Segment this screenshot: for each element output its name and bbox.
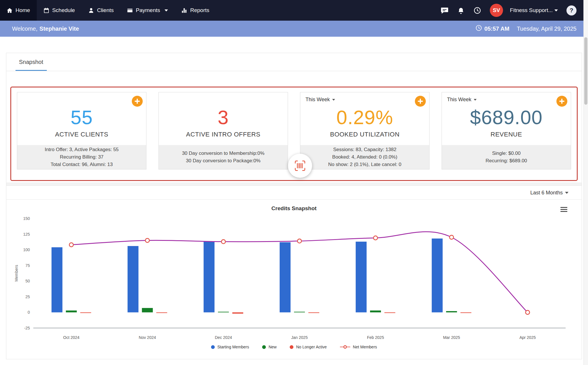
chart-title: Credits Snapshot	[6, 205, 582, 212]
avatar[interactable]: SV	[490, 4, 503, 17]
person-icon	[88, 7, 94, 13]
svg-text:150: 150	[23, 216, 30, 221]
legend-item-new[interactable]: New	[262, 345, 276, 349]
add-payment-button[interactable]	[556, 96, 567, 107]
stat-footer-line: Booked: 4, Attended: 0 (0.0%)	[332, 153, 397, 161]
chevron-down-icon	[565, 192, 568, 194]
nav-item-payments[interactable]: Payments	[120, 0, 175, 21]
bars-no-longer-active[interactable]	[80, 312, 471, 313]
main-nav: Home Schedule Clients Payments Report	[0, 0, 216, 21]
period-selector[interactable]: This Week	[305, 97, 335, 103]
stat-label: REVENUE	[491, 131, 522, 138]
legend-item-no-longer-active[interactable]: No Longer Active	[290, 345, 327, 349]
user-name: Stephanie Vite	[40, 26, 79, 32]
greeting-prefix: Welcome,	[12, 26, 38, 32]
range-label: Last 6 Months	[530, 190, 563, 196]
stat-footer-line: Sessions: 83, Capacity: 1382	[333, 146, 396, 153]
bars-new[interactable]	[66, 308, 457, 312]
chart-legend: Starting MembersNewNo Longer ActiveNet M…	[6, 343, 582, 357]
chevron-down-icon	[165, 9, 168, 11]
chart-range-row: Last 6 Months	[6, 186, 582, 200]
nav-label-payments: Payments	[136, 7, 160, 13]
chat-icon[interactable]	[441, 7, 448, 14]
stat-value: 0.29%	[336, 106, 393, 128]
add-client-button[interactable]	[132, 96, 143, 107]
stat-footer-line: 30 Day conversion to Package:0%	[186, 157, 261, 165]
stat-label: ACTIVE CLIENTS	[55, 131, 108, 138]
stat-footer-line: No show: 2 (0.1%), Late cancel: 0	[328, 161, 401, 168]
tab-snapshot[interactable]: Snapshot	[16, 53, 47, 71]
time-text: 05:57 AM	[484, 26, 509, 32]
y-axis-label: Members	[14, 265, 19, 282]
home-icon	[7, 7, 13, 13]
legend-label: Starting Members	[217, 345, 249, 349]
svg-text:Jan 2025: Jan 2025	[291, 335, 308, 340]
scrollbar-thumb[interactable]	[584, 37, 587, 105]
welcome-greeting: Welcome,Stephanie Vite	[12, 26, 79, 32]
svg-text:125: 125	[23, 232, 30, 237]
chart-menu-icon[interactable]	[560, 206, 567, 213]
svg-text:25: 25	[25, 294, 30, 299]
legend-label: Net Members	[353, 345, 377, 349]
welcome-datetime: 05:57 AM Tuesday, April 29, 2025	[475, 25, 577, 33]
stats-section: 55 ACTIVE CLIENTS Intro Offer: 3, Active…	[6, 71, 582, 181]
svg-text:Feb 2025: Feb 2025	[367, 335, 384, 340]
svg-text:100: 100	[23, 247, 30, 252]
stat-footer-line: Recurring Billing: 37	[60, 153, 103, 161]
range-selector[interactable]: Last 6 Months	[530, 190, 568, 196]
bell-icon[interactable]	[457, 7, 465, 14]
period-label: This Week	[447, 97, 471, 103]
nav-item-schedule[interactable]: Schedule	[37, 0, 82, 21]
payments-icon	[127, 7, 133, 13]
bars-starting-members[interactable]	[51, 239, 442, 313]
credits-chart-plot[interactable]: 1501251007550250-25MembersOct 2024Nov 20…	[13, 214, 575, 343]
dashboard-panel: Snapshot 55 ACTIVE CLIENTS Intro Offer: …	[6, 53, 582, 359]
stat-footer-line: Total Contact: 96, Alumni: 13	[51, 161, 113, 168]
legend-item-starting-members[interactable]: Starting Members	[211, 345, 249, 349]
nav-label-clients: Clients	[97, 7, 114, 13]
stat-label: BOOKED UTILIZATION	[330, 131, 399, 138]
chevron-down-icon	[332, 99, 335, 101]
nav-label-reports: Reports	[190, 7, 209, 13]
legend-dot-icon	[211, 345, 215, 349]
stat-footer: Single: $0.00 Recurring: $689.00	[442, 145, 571, 169]
stat-value: $689.00	[470, 106, 543, 128]
stat-card-active-clients: 55 ACTIVE CLIENTS Intro Offer: 3, Active…	[17, 92, 146, 169]
account-menu[interactable]: Fitness Support...	[510, 7, 558, 13]
barcode-scan-button[interactable]	[288, 154, 312, 178]
stat-top: 3 ACTIVE INTRO OFFERS	[159, 92, 288, 145]
nav-item-home[interactable]: Home	[0, 0, 37, 21]
legend-label: New	[268, 345, 276, 349]
legend-dot-icon	[262, 345, 266, 349]
net-members-marker-icon	[340, 345, 350, 349]
navbar-actions: SV Fitness Support... ?	[441, 0, 577, 21]
nav-item-clients[interactable]: Clients	[82, 0, 120, 21]
section-divider	[6, 183, 582, 186]
credits-snapshot-chart: Credits Snapshot 1501251007550250-25Memb…	[6, 200, 582, 359]
x-axis-labels: Oct 2024Nov 2024Dec 2024Jan 2025Feb 2025…	[63, 335, 536, 340]
nav-label-schedule: Schedule	[52, 7, 75, 13]
legend-item-net-members[interactable]: Net Members	[340, 345, 377, 349]
stat-card-active-intro-offers: 3 ACTIVE INTRO OFFERS 30 Day conversion …	[158, 92, 288, 169]
history-clock-icon[interactable]	[473, 7, 481, 14]
svg-text:Mar 2025: Mar 2025	[443, 335, 460, 340]
period-selector[interactable]: This Week	[447, 97, 477, 103]
current-time: 05:57 AM	[475, 25, 509, 33]
stat-footer: Sessions: 83, Capacity: 1382 Booked: 4, …	[300, 145, 429, 169]
vertical-scrollbar	[583, 0, 588, 365]
nav-item-reports[interactable]: Reports	[175, 0, 216, 21]
svg-text:-25: -25	[24, 326, 30, 330]
svg-text:Dec 2024: Dec 2024	[215, 335, 232, 340]
net-members-line[interactable]	[71, 232, 527, 312]
stat-footer-line: Intro Offer: 3, Active Packages: 55	[45, 146, 119, 153]
barcode-icon	[294, 160, 306, 171]
stat-card-revenue: This Week $689.00 REVENUE Single: $0.00 …	[442, 92, 571, 169]
add-booking-button[interactable]	[415, 96, 426, 107]
stat-card-booked-utilization: This Week 0.29% BOOKED UTILIZATION Sessi…	[300, 92, 430, 169]
stat-footer-line: 30 Day conversion to Membership:0%	[182, 150, 264, 157]
legend-label: No Longer Active	[296, 345, 327, 349]
chevron-down-icon	[474, 99, 477, 101]
legend-dot-icon	[290, 345, 293, 349]
help-icon[interactable]: ?	[566, 5, 577, 15]
y-axis-ticks: 1501251007550250-25	[23, 216, 30, 330]
